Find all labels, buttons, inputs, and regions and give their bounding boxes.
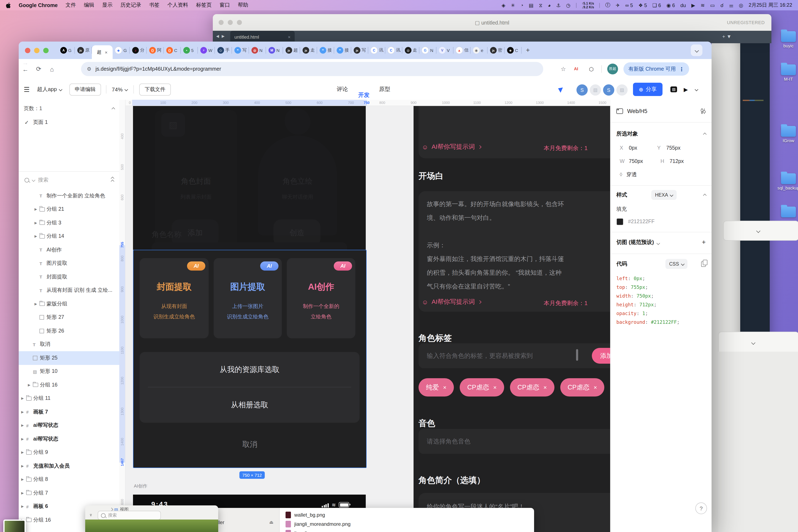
layer-row[interactable]: ▶分组 14	[19, 230, 119, 243]
layers-search[interactable]: 搜索	[19, 174, 119, 185]
chrome-tab[interactable]: •5	[181, 42, 198, 59]
chrome-tab[interactable]: GN	[419, 42, 436, 59]
chrome-tab[interactable]: js走	[300, 42, 317, 59]
moon-icon[interactable]: ◕	[548, 2, 551, 8]
add-tag-button[interactable]: 添加	[592, 348, 611, 364]
y-value[interactable]: 755px	[666, 145, 680, 151]
expand-arrow-icon[interactable]: ▶	[21, 505, 26, 509]
fill-hex-value[interactable]: #212122FF	[628, 218, 654, 225]
qq-icon[interactable]: ◉ 6	[666, 2, 675, 9]
pie-icon[interactable]: ◔	[520, 2, 524, 8]
bird-icon[interactable]: ✈	[616, 2, 620, 9]
scrollbar-thumb[interactable]	[576, 349, 578, 361]
chrome-tab[interactable]: ◈C	[505, 42, 521, 59]
css-code-line[interactable]: left: 0px;	[616, 274, 680, 283]
share-button[interactable]: ⊕分享	[633, 83, 663, 96]
menubar-menu[interactable]: 窗口	[220, 2, 230, 9]
chrome-tab[interactable]: ❝写	[232, 42, 249, 59]
css-code-line[interactable]: height: 712px;	[616, 301, 680, 309]
layer-row[interactable]: TAI创作	[19, 243, 119, 256]
menubar-menu[interactable]: 个人资料	[168, 2, 188, 9]
layer-row[interactable]: ▶蒙版分组	[19, 297, 119, 311]
background-window-bar[interactable]	[718, 332, 798, 353]
file-preview-window[interactable]: ▨视图 ♆ 搜索	[85, 506, 218, 532]
ai-option-card-3[interactable]: AIAI创作制作一个全新的立绘角色	[287, 258, 355, 338]
sublime-tab[interactable]: untitled.html×	[230, 31, 295, 43]
layer-row[interactable]: ▶分组 9	[19, 446, 119, 459]
cancel-button[interactable]: 取消	[133, 439, 366, 449]
expand-arrow-icon[interactable]: ▶	[21, 410, 26, 414]
layer-row[interactable]: 矩形 26	[19, 324, 119, 338]
private-cloud-icon[interactable]: ▤	[529, 2, 534, 8]
css-code-line[interactable]: opacity: 1;	[616, 309, 680, 318]
menubar-menu[interactable]: 显示	[102, 2, 113, 9]
layer-row[interactable]: 矩形 27	[19, 311, 119, 324]
chrome-tab[interactable]: ▲信	[453, 42, 471, 59]
desktop-folder-M-IT[interactable]: M-IT	[774, 64, 798, 81]
layer-row[interactable]: T制作一个全新的 立绘角色	[19, 189, 119, 203]
search-icon[interactable]: ☌	[720, 2, 724, 9]
hamburger-menu-icon[interactable]: ☰	[24, 79, 30, 100]
tag-pill[interactable]: CP虐恋×	[460, 378, 504, 397]
layer-row[interactable]: ▶分组 8	[19, 473, 119, 486]
sync-icon[interactable]: ∞ 5	[625, 2, 633, 9]
device-row[interactable]: Web/H5	[611, 100, 711, 122]
chrome-tab[interactable]: ◉e	[471, 42, 488, 59]
desktop-folder[interactable]	[774, 207, 798, 217]
chrome-tab[interactable]: js原	[75, 42, 92, 59]
desktop-folder-IGrow[interactable]: IGrow	[774, 126, 798, 143]
remove-tag-icon[interactable]: ×	[493, 384, 496, 391]
sublime-tab-close-icon[interactable]: ×	[288, 35, 290, 39]
chrome-minimize-button[interactable]	[34, 48, 39, 53]
layer-row[interactable]: ▶分组 7	[19, 486, 119, 500]
chrome-tab[interactable]: MN	[266, 42, 283, 59]
tags-input[interactable]: 输入符合角色的标签，更容易被搜索到 添加	[419, 343, 611, 368]
tag-pill[interactable]: CP虐恋×	[510, 378, 554, 397]
chrome-tab[interactable]: {}阿	[147, 42, 164, 59]
css-code-line[interactable]: background: #212122FF;	[616, 318, 680, 327]
chrome-tab[interactable]: js密	[488, 42, 505, 59]
close-tab-icon[interactable]: ×	[105, 50, 108, 55]
settings-sliders-icon[interactable]	[700, 108, 706, 114]
download-file-button[interactable]: 下载文件	[139, 79, 171, 100]
tab-search-button[interactable]	[691, 44, 702, 56]
desktop-folder-sql_backup[interactable]: sql_backup	[774, 173, 798, 190]
chrome-tab[interactable]: C讯	[385, 42, 402, 59]
player-icon[interactable]: ▶	[691, 2, 695, 9]
design-canvas[interactable]: 0100200300400500600700750800900100011001…	[119, 100, 611, 532]
menubar-clock[interactable]: 2月25日 周三 16:22	[749, 2, 792, 9]
chevron-down-icon[interactable]	[756, 229, 760, 233]
wing-icon[interactable]: ❖ 5	[639, 2, 647, 9]
chrome-tab[interactable]: ❝接	[334, 42, 351, 59]
menubar-menu[interactable]: 文件	[66, 2, 76, 9]
shield-icon[interactable]: ◈	[501, 2, 505, 8]
ai-option-card-2[interactable]: AI图片提取上传一张图片识别生成立绘角色	[214, 258, 282, 338]
finder-file-row[interactable]: jiangli_more.png	[286, 529, 331, 532]
reload-icon[interactable]: ⟳	[32, 65, 45, 73]
layer-row[interactable]: 矩形 25	[19, 351, 119, 365]
export-image-icon[interactable]: ▨	[670, 79, 677, 100]
design-frame-character-edit[interactable]: ▨ 角色封面 列表展示封面 添加 角色立绘 聊天对话使用 创造 角色名称	[133, 105, 366, 250]
remove-tag-icon[interactable]: ×	[544, 384, 547, 391]
css-code-line[interactable]: top: 755px;	[616, 283, 680, 292]
collaborator-avatar[interactable]: S	[602, 83, 615, 96]
chevron-down-icon[interactable]	[695, 79, 698, 100]
layer-row[interactable]: ▶#ai帮写状态	[19, 419, 119, 432]
chevron-down-icon[interactable]	[751, 340, 755, 345]
remove-tag-icon[interactable]: ×	[443, 384, 446, 391]
extension-red-icon[interactable]: AI	[574, 65, 582, 73]
selected-frame-ai-create[interactable]: AI封面提取从现有封面识别生成立绘角色AI图片提取上传一张图片识别生成立绘角色A…	[133, 250, 366, 468]
expand-arrow-icon[interactable]: ▶	[21, 464, 26, 468]
css-code-block[interactable]: left: 0px;top: 755px;width: 750px;height…	[616, 274, 680, 327]
chrome-tab[interactable]: ◍N	[249, 42, 266, 59]
fill-color-swatch[interactable]	[616, 218, 624, 225]
background-window-bar[interactable]	[723, 221, 798, 241]
design-frame-character-form[interactable]: ☺AI帮你写提示词 本月免费剩余：1 开场白 故事的第一幕。好的开场白就像电影镜…	[414, 100, 611, 532]
layer-row[interactable]: T从现有封面 识别 生成 立绘...	[19, 284, 119, 297]
sublime-tab-arrows[interactable]: ◀ ▶	[216, 34, 226, 38]
menubar-menu[interactable]: 历史记录	[120, 2, 141, 9]
screen-mirror-icon[interactable]: ▭	[710, 2, 715, 9]
layer-row[interactable]: ▶分组 21	[19, 203, 119, 216]
image-preview-window[interactable]	[3, 519, 26, 532]
lemon-monitor-icon[interactable]: Ⓣ	[605, 2, 610, 9]
